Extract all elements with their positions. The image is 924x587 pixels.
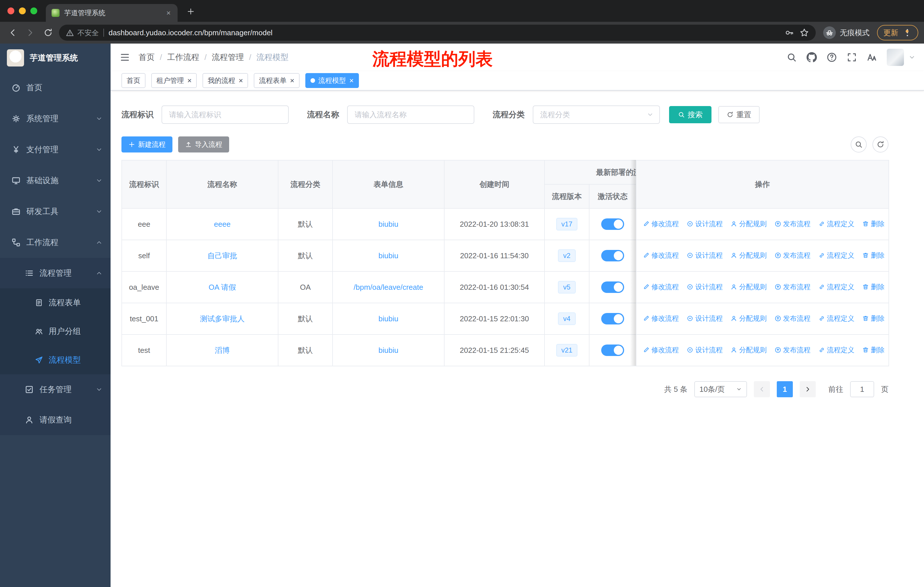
sidebar-item-home[interactable]: 首页 (0, 72, 111, 103)
page-size-select[interactable]: 10条/页 (694, 381, 747, 397)
delete-process-link[interactable]: 删除 (862, 219, 884, 228)
new-tab-button[interactable] (185, 5, 197, 18)
url-text[interactable]: dashboard.yudao.iocoder.cn/bpm/manager/m… (109, 28, 780, 37)
delete-process-link[interactable]: 删除 (862, 314, 884, 323)
font-size-icon[interactable] (867, 52, 877, 63)
delete-process-link[interactable]: 删除 (862, 282, 884, 291)
publish-process-link[interactable]: 发布流程 (774, 251, 810, 260)
close-tab-icon[interactable]: × (239, 77, 243, 84)
design-process-link[interactable]: 设计流程 (686, 251, 723, 260)
sidebar-item-user-group[interactable]: 用户分组 (0, 317, 111, 346)
modify-process-link[interactable]: 修改流程 (643, 314, 679, 323)
process-definition-link[interactable]: 流程定义 (818, 282, 855, 291)
form-info-link[interactable]: /bpm/oa/leave/create (354, 283, 423, 291)
tab-process-model[interactable]: 流程模型 × (305, 73, 359, 88)
zoom-window-button[interactable] (30, 7, 37, 14)
modify-process-link[interactable]: 修改流程 (643, 219, 679, 228)
sidebar-item-process-management[interactable]: 流程管理 (0, 258, 111, 288)
goto-page-input[interactable] (850, 381, 874, 397)
design-process-link[interactable]: 设计流程 (686, 314, 723, 323)
delete-process-link[interactable]: 删除 (862, 251, 884, 260)
sidebar-item-payment[interactable]: 支付管理 (0, 134, 111, 165)
sidebar-item-infra[interactable]: 基础设施 (0, 165, 111, 196)
assign-rule-link[interactable]: 分配规则 (730, 251, 766, 260)
process-name-link[interactable]: 自己审批 (207, 251, 237, 260)
search-icon[interactable] (787, 52, 797, 63)
browser-tab[interactable]: 芋道管理系统 × (46, 4, 178, 22)
sidebar-item-leave-query[interactable]: 请假查询 (0, 405, 111, 435)
assign-rule-link[interactable]: 分配规则 (730, 346, 766, 355)
forward-button[interactable] (23, 26, 37, 40)
delete-process-link[interactable]: 删除 (862, 346, 884, 355)
form-info-link[interactable]: biubiu (378, 251, 398, 260)
process-name-link[interactable]: 滔博 (215, 346, 230, 355)
design-process-link[interactable]: 设计流程 (686, 346, 723, 355)
reload-button[interactable] (41, 26, 55, 40)
breadcrumb-item[interactable]: 工作流程 (167, 52, 200, 63)
process-name-link[interactable]: eeee (214, 220, 231, 228)
breadcrumb-item[interactable]: 首页 (139, 52, 155, 63)
process-id-input[interactable] (162, 106, 289, 124)
search-button[interactable]: 搜索 (669, 106, 711, 123)
avatar[interactable] (887, 49, 904, 66)
process-category-select[interactable]: 流程分类 (533, 106, 660, 124)
help-icon[interactable] (827, 52, 837, 63)
publish-process-link[interactable]: 发布流程 (774, 219, 810, 228)
process-definition-link[interactable]: 流程定义 (818, 219, 855, 228)
publish-process-link[interactable]: 发布流程 (774, 346, 810, 355)
form-info-link[interactable]: biubiu (378, 346, 398, 355)
tab-my-process[interactable]: 我的流程 × (203, 73, 248, 88)
tab-home[interactable]: 首页 (121, 73, 145, 88)
sidebar-item-workflow[interactable]: 工作流程 (0, 227, 111, 258)
github-icon[interactable] (807, 52, 817, 63)
assign-rule-link[interactable]: 分配规则 (730, 314, 766, 323)
sidebar-item-task-management[interactable]: 任务管理 (0, 374, 111, 405)
assign-rule-link[interactable]: 分配规则 (730, 219, 766, 228)
close-tab-icon[interactable]: × (165, 8, 172, 18)
active-toggle[interactable] (601, 344, 624, 356)
address-bar[interactable]: 不安全 dashboard.yudao.iocoder.cn/bpm/manag… (59, 25, 816, 41)
page-number-button[interactable]: 1 (777, 381, 793, 397)
form-info-link[interactable]: biubiu (378, 314, 398, 323)
reset-button[interactable]: 重置 (718, 106, 760, 123)
bookmark-star-icon[interactable] (800, 28, 809, 37)
key-icon[interactable] (785, 28, 794, 37)
minimize-window-button[interactable] (19, 7, 26, 14)
publish-process-link[interactable]: 发布流程 (774, 282, 810, 291)
process-definition-link[interactable]: 流程定义 (818, 314, 855, 323)
toggle-search-button[interactable] (851, 136, 867, 152)
modify-process-link[interactable]: 修改流程 (643, 282, 679, 291)
design-process-link[interactable]: 设计流程 (686, 219, 723, 228)
process-name-link[interactable]: OA 请假 (208, 283, 236, 291)
browser-menu-button[interactable] (903, 28, 912, 37)
sidebar-item-process-form[interactable]: 流程表单 (0, 288, 111, 317)
process-name-link[interactable]: 测试多审批人 (200, 314, 244, 323)
active-toggle[interactable] (601, 218, 624, 230)
modify-process-link[interactable]: 修改流程 (643, 251, 679, 260)
fullscreen-icon[interactable] (846, 52, 857, 63)
close-tab-icon[interactable]: × (290, 77, 294, 84)
breadcrumb-item[interactable]: 流程管理 (212, 52, 244, 63)
refresh-table-button[interactable] (873, 136, 888, 152)
security-status[interactable]: 不安全 (66, 28, 99, 38)
import-process-button[interactable]: 导入流程 (178, 136, 229, 152)
update-browser-button[interactable]: 更新 (877, 25, 918, 40)
create-process-button[interactable]: 新建流程 (121, 136, 172, 152)
process-definition-link[interactable]: 流程定义 (818, 251, 855, 260)
assign-rule-link[interactable]: 分配规则 (730, 282, 766, 291)
next-page-button[interactable] (800, 381, 816, 397)
back-button[interactable] (6, 26, 20, 40)
publish-process-link[interactable]: 发布流程 (774, 314, 810, 323)
collapse-sidebar-button[interactable] (120, 52, 130, 63)
process-definition-link[interactable]: 流程定义 (818, 346, 855, 355)
design-process-link[interactable]: 设计流程 (686, 282, 723, 291)
prev-page-button[interactable] (754, 381, 770, 397)
modify-process-link[interactable]: 修改流程 (643, 346, 679, 355)
active-toggle[interactable] (601, 250, 624, 261)
close-tab-icon[interactable]: × (350, 77, 354, 84)
form-info-link[interactable]: biubiu (378, 220, 398, 228)
sidebar-item-process-model[interactable]: 流程模型 (0, 346, 111, 374)
close-tab-icon[interactable]: × (187, 77, 191, 84)
tab-process-form[interactable]: 流程表单 × (254, 73, 299, 88)
close-window-button[interactable] (7, 7, 14, 14)
